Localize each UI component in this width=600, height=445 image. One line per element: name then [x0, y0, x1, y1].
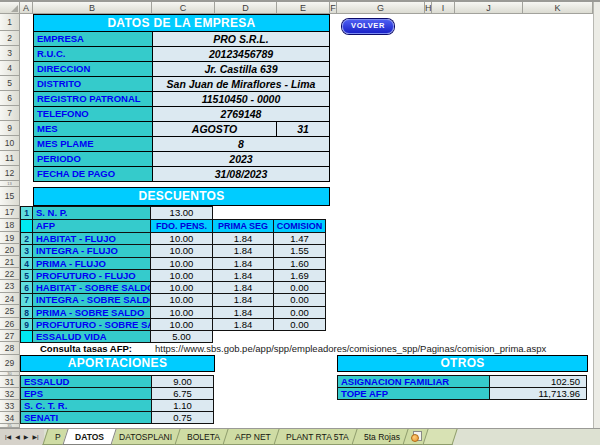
afp-row-fdo-pens[interactable]: 10.00: [150, 281, 213, 294]
sheet-nav-icon[interactable]: ▶: [24, 434, 29, 440]
column-header[interactable]: J: [455, 2, 523, 14]
afp-header-label[interactable]: AFP: [32, 219, 151, 233]
snp-value[interactable]: 13.00: [150, 206, 213, 220]
afp-row-prima-seg[interactable]: 1.84: [212, 232, 274, 245]
empresa-row-value[interactable]: PRO S.R.L.: [153, 32, 329, 46]
volver-button[interactable]: VOLVER: [342, 19, 394, 34]
afp-row-prima-seg[interactable]: 1.84: [212, 244, 274, 257]
afp-row-label[interactable]: HABITAT - SOBRE SALDO: [32, 281, 151, 294]
row-header[interactable]: 12: [0, 166, 20, 181]
consulta-url-link[interactable]: https://www.sbs.gob.pe/app/spp/empleador…: [155, 343, 546, 354]
column-header[interactable]: K: [523, 2, 593, 14]
sheet-tab[interactable]: DATOSPLANI: [107, 429, 185, 445]
row-header[interactable]: 26: [0, 318, 20, 330]
empresa-row-label[interactable]: EMPRESA: [34, 32, 153, 46]
afp-row-prima-seg[interactable]: 1.84: [212, 269, 274, 282]
descuentos-title[interactable]: DESCUENTOS: [33, 187, 330, 206]
row-header[interactable]: 3: [0, 46, 20, 61]
row-header[interactable]: 10: [0, 136, 20, 151]
row-header[interactable]: 5: [0, 76, 20, 91]
afp-row-label[interactable]: PROFUTURO - SOBRE SALDO: [32, 318, 151, 331]
afp-row-label[interactable]: INTEGRA - FLUJO: [32, 244, 151, 257]
afp-row-prima-seg[interactable]: 1.84: [212, 293, 274, 306]
afp-row-prima-seg[interactable]: 1.84: [212, 318, 274, 331]
column-header[interactable]: A: [20, 2, 33, 14]
empresa-row-label[interactable]: TELEFONO: [34, 107, 153, 121]
row-header[interactable]: 24: [0, 293, 20, 305]
empresa-row-value[interactable]: Jr. Castilla 639: [153, 62, 329, 76]
row-header[interactable]: 34: [0, 412, 20, 424]
afp-row-comision[interactable]: 0.00: [273, 281, 326, 294]
row-header[interactable]: 31: [0, 376, 20, 388]
afp-row-comision[interactable]: 0.00: [273, 293, 326, 306]
row-header[interactable]: 1: [0, 14, 20, 31]
row-header[interactable]: 25: [0, 305, 20, 318]
empresa-row-label[interactable]: DISTRITO: [34, 77, 153, 91]
row-header[interactable]: 2: [0, 31, 20, 46]
empresa-row-label[interactable]: REGISTRO PATRONAL: [34, 92, 153, 106]
column-header[interactable]: H: [425, 2, 432, 14]
row-header[interactable]: 19: [0, 232, 20, 244]
empresa-row-label[interactable]: MES PLAME: [34, 137, 153, 151]
empresa-row-value[interactable]: 8: [153, 137, 329, 151]
row-header[interactable]: 9: [0, 121, 20, 136]
sheet-nav-icon[interactable]: ◀: [15, 434, 20, 440]
column-header[interactable]: I: [432, 2, 455, 14]
row-header[interactable]: 21: [0, 256, 20, 268]
row-header[interactable]: 23: [0, 280, 20, 293]
empresa-row-label[interactable]: MES: [34, 122, 153, 136]
row-header[interactable]: 15: [0, 187, 20, 206]
empresa-row-value[interactable]: 20123456789: [153, 47, 329, 61]
row-header[interactable]: 22: [0, 268, 20, 280]
otros-row-label[interactable]: TOPE AFP: [337, 387, 490, 400]
empresa-row-value[interactable]: 11510450 - 0000: [153, 92, 329, 106]
empresa-row-value[interactable]: 2769148: [153, 107, 329, 121]
sheet-nav-icon[interactable]: ▶|: [32, 434, 38, 440]
afp-row-label[interactable]: HABITAT - FLUJO: [32, 232, 151, 245]
afp-row-comision[interactable]: 1.55: [273, 244, 326, 257]
column-header[interactable]: F: [330, 2, 337, 14]
afp-row-label[interactable]: PRIMA - SOBRE SALDO: [32, 306, 151, 319]
aportaciones-title[interactable]: APORTACIONES: [20, 355, 215, 372]
column-header[interactable]: B: [33, 2, 152, 14]
column-header[interactable]: C: [152, 2, 215, 14]
empresa-row-label[interactable]: PERIODO: [34, 152, 153, 166]
afp-row-label[interactable]: PRIMA - FLUJO: [32, 257, 151, 270]
row-header[interactable]: 33: [0, 400, 20, 412]
column-header[interactable]: D: [215, 2, 277, 14]
afp-row-label[interactable]: PROFUTURO - FLUJO: [32, 269, 151, 282]
aportaciones-row-value[interactable]: 0.75: [151, 411, 214, 424]
afp-col-fdo-pens[interactable]: FDO. PENS.: [150, 219, 213, 233]
empresa-row-value2[interactable]: 31: [276, 122, 329, 136]
empresa-row-value[interactable]: 31/08/2023: [153, 167, 329, 181]
empresa-row-value[interactable]: 2023: [153, 152, 329, 166]
row-header[interactable]: 6: [0, 91, 20, 106]
row-header[interactable]: 32: [0, 388, 20, 400]
row-header[interactable]: 18: [0, 219, 20, 232]
afp-row-fdo-pens[interactable]: 10.00: [150, 269, 213, 282]
empresa-row-label[interactable]: FECHA DE PAGO: [34, 167, 153, 181]
afp-row-label[interactable]: INTEGRA - SOBRE SALDO: [32, 293, 151, 306]
sheet-nav-icon[interactable]: |◀: [5, 434, 11, 440]
row-header[interactable]: 28: [0, 342, 20, 355]
empresa-row-value[interactable]: San Juan de Miraflores - Lima: [153, 77, 329, 91]
row-header[interactable]: 27: [0, 330, 20, 342]
row-header[interactable]: 7: [0, 106, 20, 121]
afp-row-prima-seg[interactable]: 1.84: [212, 306, 274, 319]
afp-row-fdo-pens[interactable]: 10.00: [150, 318, 213, 331]
afp-row-comision[interactable]: 0.00: [273, 306, 326, 319]
right-scroll-strip[interactable]: [593, 2, 600, 428]
sheet-tab[interactable]: PLANT RTA 5TA: [273, 429, 361, 445]
aportaciones-row-label[interactable]: SENATI: [20, 411, 152, 424]
afp-row-fdo-pens[interactable]: 10.00: [150, 293, 213, 306]
afp-row-fdo-pens[interactable]: 10.00: [150, 257, 213, 270]
row-header[interactable]: 4: [0, 61, 20, 76]
row-header[interactable]: 29: [0, 355, 20, 372]
row-header[interactable]: 20: [0, 244, 20, 256]
afp-col-prima-seg[interactable]: PRIMA SEG: [212, 219, 274, 233]
afp-row-fdo-pens[interactable]: 10.00: [150, 232, 213, 245]
sheet-tab[interactable]: DATOS: [63, 429, 117, 445]
afp-row-prima-seg[interactable]: 1.84: [212, 281, 274, 294]
empresa-row-label[interactable]: DIRECCION: [34, 62, 153, 76]
empresa-row-value[interactable]: AGOSTO: [153, 122, 276, 136]
